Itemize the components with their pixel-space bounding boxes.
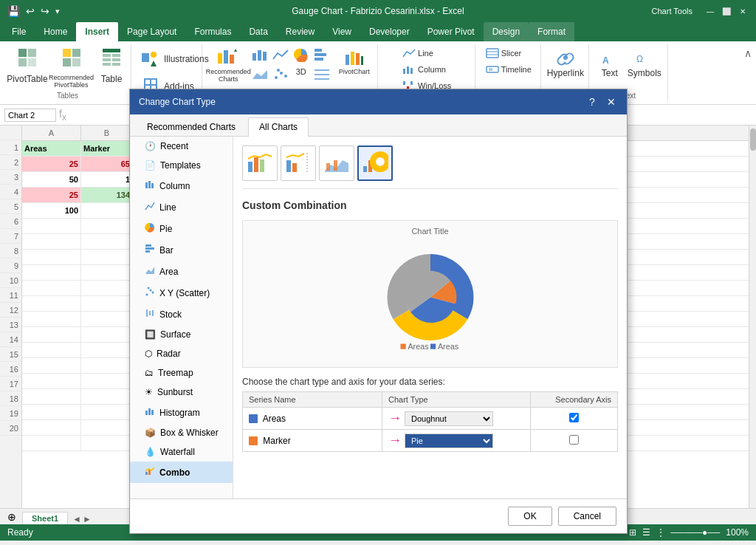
svg-rect-71 [145,411,148,415]
sidebar-item-treemap[interactable]: 🗂 Treemap [130,363,233,383]
recent-icon: 🕐 [145,141,156,151]
sidebar-label-sunburst: Sunburst [157,387,193,397]
svg-rect-60 [145,244,151,247]
svg-rect-74 [145,472,148,475]
marker-label: Marker [263,436,290,446]
templates-icon: 📄 [145,160,156,171]
series-section-label: Choose the chart type and axis for your … [242,377,618,387]
chart-type-btn-4[interactable] [357,145,393,181]
sidebar-item-area[interactable]: Area [130,261,233,282]
preview-chart-title: Chart Title [411,227,448,236]
histogram-icon [145,406,155,419]
series-name-header: Series Name [243,392,382,408]
waterfall-icon: 💧 [145,447,156,457]
svg-text:Areas: Areas [437,342,458,351]
areas-chart-type-select[interactable]: Doughnut Pie Line Column Bar Area [405,411,493,426]
svg-rect-59 [151,183,154,188]
sidebar-item-bar[interactable]: Bar [130,239,233,261]
dialog-footer: OK Cancel [130,498,627,533]
column-icon [145,179,155,192]
sidebar-item-radar[interactable]: ⬡ Radar [130,344,233,363]
series-table-header-row: Series Name Chart Type Secondary Axis [243,392,618,408]
sidebar-item-combo[interactable]: Combo [130,462,233,483]
chart-type-btn-1[interactable] [242,145,278,181]
sidebar-item-column[interactable]: Column [130,175,233,196]
series-row-areas: Areas → Doughnut Pie Line [243,408,618,430]
dialog-title-right: ? ✕ [585,95,618,109]
svg-rect-62 [145,250,150,253]
secondary-axis-header: Secondary Axis [530,392,617,408]
change-chart-type-dialog: Change Chart Type ? ✕ Recommended Charts… [129,89,628,534]
sidebar-label-line: Line [159,202,176,213]
sidebar-label-box-whisker: Box & Whisker [160,428,219,438]
sidebar-label-templates: Templates [160,160,201,171]
sidebar-label-radar: Radar [157,349,181,359]
svg-rect-85 [363,166,367,172]
sidebar-item-line[interactable]: Line [130,196,233,218]
chart-preview: Chart Title [242,220,618,368]
sidebar-item-stock[interactable]: Stock [130,304,233,325]
marker-chart-type-row: → Pie Doughnut Line Column Bar Area [388,433,524,448]
svg-point-65 [150,289,152,292]
chart-type-btn-3[interactable] [319,145,354,181]
sidebar-item-surface[interactable]: 🔲 Surface [130,325,233,344]
marker-secondary-axis-checkbox[interactable] [569,435,579,445]
dialog-help-btn[interactable]: ? [585,95,599,109]
svg-rect-73 [151,410,154,415]
sidebar-item-pie[interactable]: Pie [130,218,233,239]
marker-arrow-icon: → [388,433,402,448]
sidebar-label-column: Column [159,181,190,191]
marker-color-indicator [249,436,258,445]
dialog-main-content: Custom Combination Chart Title [233,137,627,498]
svg-rect-72 [148,408,151,415]
sidebar-item-sunburst[interactable]: ☀ Sunburst [130,383,233,402]
treemap-icon: 🗂 [145,368,154,378]
series-table: Series Name Chart Type Secondary Axis Ar… [242,391,618,452]
svg-rect-77 [254,157,258,172]
svg-rect-84 [334,160,337,171]
dialog-close-btn[interactable]: ✕ [605,95,618,109]
svg-marker-63 [145,267,154,274]
dialog-sidebar: 🕐 Recent 📄 Templates Column [130,137,233,498]
marker-chart-type-select[interactable]: Pie Doughnut Line Column Bar Area [405,433,493,448]
dialog-tabs: Recommended Charts All Charts [130,114,627,137]
svg-point-88 [377,158,384,165]
sidebar-item-histogram[interactable]: Histogram [130,402,233,423]
sidebar-item-xy-scatter[interactable]: X Y (Scatter) [130,282,233,304]
svg-rect-61 [145,247,154,250]
sidebar-label-recent: Recent [160,141,188,151]
chart-type-btn-2[interactable] [281,145,316,181]
areas-secondary-axis-checkbox[interactable] [569,413,579,422]
svg-rect-57 [145,182,148,188]
combo-icon [145,466,155,479]
svg-rect-76 [248,162,252,172]
tab-recommended-charts[interactable]: Recommended Charts [136,117,247,136]
sidebar-item-templates[interactable]: 📄 Templates [130,156,233,175]
marker-chart-type-cell: → Pie Doughnut Line Column Bar Area [382,430,531,452]
svg-point-66 [152,292,154,294]
ok-button[interactable]: OK [508,507,551,526]
areas-chart-type-cell: → Doughnut Pie Line Column Bar Area [382,408,531,430]
sidebar-item-box-whisker[interactable]: 📦 Box & Whisker [130,423,233,442]
sidebar-item-recent[interactable]: 🕐 Recent [130,137,233,156]
areas-secondary-axis-cell [530,408,617,430]
sidebar-label-pie: Pie [159,224,172,234]
sidebar-label-xy-scatter: X Y (Scatter) [159,288,210,298]
areas-color-indicator [249,414,258,423]
chart-icons-row [242,145,618,189]
svg-rect-80 [292,163,297,172]
dialog-overlay: Change Chart Type ? ✕ Recommended Charts… [0,0,756,545]
sidebar-label-surface: Surface [160,329,190,340]
sidebar-label-area: Area [159,267,178,277]
preview-chart-svg: Areas Areas [364,231,497,357]
sidebar-item-waterfall[interactable]: 💧 Waterfall [130,442,233,462]
svg-rect-78 [260,160,264,172]
svg-point-67 [148,287,150,289]
dialog-title: Change Chart Type [139,97,216,107]
areas-chart-type-row: → Doughnut Pie Line Column Bar Area [388,411,524,426]
cancel-button[interactable]: Cancel [558,507,616,526]
series-name-marker: Marker [243,430,382,452]
tab-all-charts[interactable]: All Charts [248,117,309,137]
sidebar-label-treemap: Treemap [158,368,193,378]
svg-point-64 [146,294,148,296]
